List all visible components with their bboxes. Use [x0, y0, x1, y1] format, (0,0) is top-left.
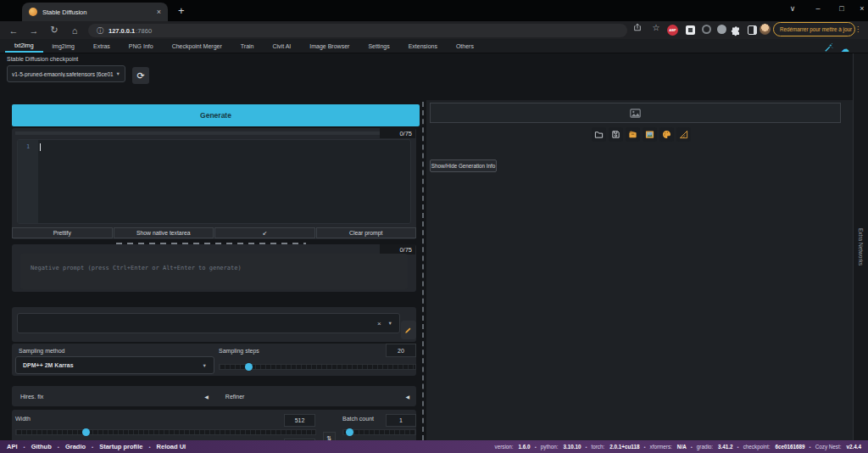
save-zip-button[interactable]	[626, 127, 640, 142]
update-button-label: Redémarrer pour mettre à jour	[780, 26, 852, 32]
tab-extensions[interactable]: Extensions	[399, 39, 447, 53]
favicon-icon	[29, 8, 37, 16]
save-icon	[611, 130, 620, 139]
styles-section: × ▼	[12, 307, 416, 342]
footer-separator: •	[58, 445, 59, 450]
tab-civit-ai[interactable]: Civit AI	[264, 39, 301, 53]
footer-separator: •	[737, 445, 739, 450]
tab-checkpoint-merger[interactable]: Checkpoint Merger	[163, 39, 231, 53]
tab-img2img[interactable]: img2img	[43, 39, 84, 53]
slider-knob[interactable]	[245, 363, 253, 371]
sampling-method-dropdown[interactable]: DPM++ 2M Karras ▼	[15, 356, 214, 374]
extensions-puzzle-icon[interactable]	[731, 25, 741, 40]
width-value[interactable]: 512	[284, 414, 315, 427]
version-value: 1.6.0	[519, 444, 531, 450]
checkpoint-dropdown[interactable]: v1-5-pruned-emaonly.safetensors [6ce01 ▼	[7, 65, 125, 82]
collapse-left-icon[interactable]: ◀	[204, 394, 209, 400]
refiner-accordion[interactable]: Refiner	[225, 394, 245, 400]
tab-others[interactable]: Others	[447, 39, 483, 53]
forward-button[interactable]: →	[24, 25, 44, 36]
profile-avatar[interactable]	[760, 24, 771, 35]
palette-icon	[662, 130, 671, 139]
sampling-steps-value[interactable]: 20	[386, 344, 416, 357]
chevron-down-icon: ▼	[388, 321, 392, 326]
refresh-checkpoint-button[interactable]: ⟳	[132, 67, 149, 84]
window-close-button[interactable]: ×	[856, 4, 868, 13]
tab-txt2img[interactable]: txt2img	[5, 39, 43, 53]
tab-close-icon[interactable]: ×	[157, 8, 161, 16]
footer-link-github[interactable]: Github	[31, 443, 52, 450]
slider-knob[interactable]	[346, 428, 353, 436]
browser-tab[interactable]: Stable Diffusion ×	[22, 3, 168, 21]
back-button[interactable]: ←	[3, 25, 24, 36]
bookmark-star-icon[interactable]: ☆	[649, 23, 663, 32]
screenshot-extension-icon[interactable]	[686, 25, 695, 35]
tab-title: Stable Diffusion	[42, 8, 152, 16]
cozy-nest-cloud-icon[interactable]: ☁	[841, 44, 849, 53]
prettify-button[interactable]: Prettify	[12, 227, 113, 238]
show-native-textarea-button[interactable]: Show native textarea	[114, 227, 214, 238]
footer-bar: API • Github • Gradio • Startup profile …	[0, 440, 868, 453]
prompt-resize-strip[interactable]	[15, 131, 380, 135]
window-menu-icon[interactable]: ∨	[787, 4, 798, 13]
footer-link-reload-ui[interactable]: Reload UI	[157, 443, 186, 450]
insert-style-button[interactable]: ↙	[214, 227, 315, 238]
browser-menu-icon[interactable]: ⋮	[854, 25, 861, 33]
share-icon[interactable]	[631, 23, 644, 33]
image-placeholder-icon	[630, 109, 641, 118]
negative-prompt-section: 0/75	[12, 244, 416, 292]
xformers-value: N/A	[677, 444, 687, 450]
width-slider[interactable]	[15, 429, 316, 435]
tab-settings[interactable]: Settings	[359, 39, 398, 53]
collapse-left-icon[interactable]: ◀	[405, 394, 409, 400]
send-to-img2img-button[interactable]	[643, 127, 657, 142]
footer-link-startup-profile[interactable]: Startup profile	[99, 443, 142, 450]
checkpoint-hash-label: checkpoint:	[743, 444, 771, 450]
vertical-splitter-handle[interactable]	[422, 102, 424, 440]
triangular-ruler-icon	[679, 130, 688, 139]
tab-extras[interactable]: Extras	[84, 39, 120, 53]
chevron-down-icon: ▼	[116, 71, 120, 76]
python-value: 3.10.10	[563, 444, 581, 450]
clear-prompt-button[interactable]: Clear prompt	[316, 227, 417, 238]
sampling-steps-slider[interactable]	[219, 364, 416, 370]
tab-train[interactable]: Train	[231, 39, 264, 53]
footer-link-gradio[interactable]: Gradio	[65, 443, 86, 450]
window-maximize-button[interactable]: □	[836, 4, 848, 13]
styles-dropdown[interactable]: × ▼	[17, 313, 400, 333]
text-cursor	[40, 143, 41, 151]
show-hide-generation-info-button[interactable]: Show/Hide Generation Info	[430, 159, 497, 172]
edit-styles-button[interactable]	[401, 321, 416, 339]
extension-dot-icon[interactable]	[717, 25, 726, 34]
reload-button[interactable]: ↻	[44, 25, 64, 36]
browser-update-button[interactable]: Redémarrer pour mettre à jour ⋮	[773, 22, 855, 36]
address-bar[interactable]: ⓘ 127.0.0.1 :7860	[88, 24, 627, 37]
checkpoint-hash-value[interactable]: 6ce0161689	[776, 444, 805, 450]
send-to-inpaint-button[interactable]	[659, 127, 674, 142]
extension-ring-icon[interactable]	[702, 25, 711, 34]
open-folder-button[interactable]	[592, 127, 606, 142]
version-label: version:	[495, 444, 514, 450]
clear-styles-icon[interactable]: ×	[377, 320, 381, 327]
python-label: python:	[541, 444, 559, 450]
adblock-extension-icon[interactable]: ABP	[667, 25, 678, 36]
tab-image-browser[interactable]: Image Browser	[300, 39, 359, 53]
hires-fix-accordion[interactable]: Hires. fix	[20, 394, 43, 400]
batch-count-value[interactable]: 1	[386, 414, 416, 427]
new-tab-button[interactable]: +	[178, 4, 185, 17]
batch-count-slider[interactable]	[342, 429, 416, 435]
generate-button[interactable]: Generate	[12, 104, 420, 126]
negative-prompt-input[interactable]	[20, 254, 408, 289]
footer-link-api[interactable]: API	[7, 443, 18, 450]
window-minimize-button[interactable]: –	[812, 4, 824, 13]
cozy-nest-wand-icon[interactable]	[824, 41, 833, 56]
site-info-icon[interactable]: ⓘ	[97, 26, 103, 36]
prompt-input[interactable]: 1	[17, 139, 411, 224]
save-image-button[interactable]	[609, 127, 623, 142]
extra-networks-tab[interactable]: Extra Networks	[853, 53, 868, 440]
home-button[interactable]: ⌂	[64, 25, 85, 36]
tab-png-info[interactable]: PNG Info	[120, 39, 163, 53]
slider-knob[interactable]	[82, 428, 90, 436]
sidebar-toggle-icon[interactable]	[748, 25, 757, 35]
send-to-extras-button[interactable]	[676, 127, 691, 142]
